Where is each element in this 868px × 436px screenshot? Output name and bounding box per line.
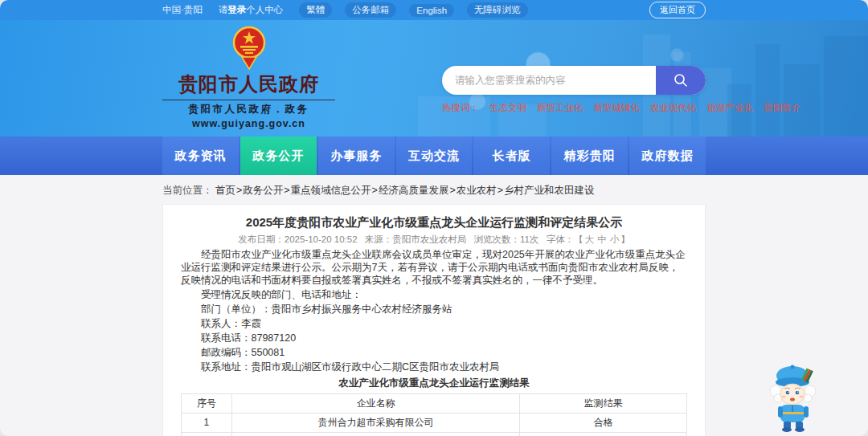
hot-word-link[interactable]: 生态文明	[489, 102, 526, 114]
article-paragraph: 受理情况反映的部门、电话和地址：	[181, 288, 687, 301]
logo-divider	[162, 100, 335, 100]
browser-page: 中国·贵阳 请登录个人中心 繁體公务邮箱English无障碍浏览 返回首页	[0, 0, 868, 436]
search-bar	[442, 66, 706, 95]
bracket-close: 】	[620, 234, 630, 244]
article-paragraph: 邮政编码：550081	[181, 346, 687, 359]
table-header-cell: 监测结果	[520, 394, 687, 414]
results-table-title: 农业产业化市级重点龙头企业运行监测结果	[181, 377, 687, 390]
bracket-open: 【	[574, 234, 583, 244]
nav-tab[interactable]: 政府数据	[629, 137, 706, 175]
breadcrumb-item[interactable]: 乡村产业和农田建设	[504, 185, 596, 196]
hot-words-list: 生态文明新型工业化新型城镇化农业现代化旅游产业化贵阳简介	[489, 102, 800, 114]
cell-company-name: 贵州友禾种业有限公司	[231, 433, 520, 436]
personal-center-label[interactable]: 个人中心	[246, 5, 283, 14]
cell-result: 合格	[520, 414, 687, 433]
breadcrumb-item[interactable]: 首页	[215, 185, 243, 196]
nav-tab[interactable]: 精彩贵阳	[551, 137, 628, 175]
region-label[interactable]: 中国·贵阳	[162, 4, 203, 16]
breadcrumb-item[interactable]: 政务公开	[243, 185, 290, 196]
cell-company-name: 贵州合力超市采购有限公司	[231, 414, 520, 433]
breadcrumb-item[interactable]: 重点领域信息公开	[291, 185, 379, 196]
table-header-cell: 企业名称	[231, 394, 520, 414]
login-link[interactable]: 请登录个人中心	[219, 4, 284, 16]
utility-link[interactable]: English	[409, 4, 454, 17]
article-card: 2025年度贵阳市农业产业化市级重点龙头企业运行监测和评定结果公示 发布日期：2…	[162, 204, 706, 436]
main-nav: 政务资讯政务公开办事服务互动交流长者版精彩贵阳政府数据	[0, 137, 868, 175]
nav-tab[interactable]: 办事服务	[318, 137, 395, 175]
cell-result: 合格	[520, 433, 687, 436]
nav-tab[interactable]: 互动交流	[396, 137, 473, 175]
cell-index: 2	[182, 433, 232, 436]
results-table: 序号企业名称监测结果 1 贵州合力超市采购有限公司 合格 2 贵州友禾种业有限公…	[181, 393, 687, 436]
font-size-label: 字体：	[547, 234, 575, 244]
hot-word-link[interactable]: 贵阳简介	[764, 102, 800, 114]
utility-link[interactable]: 无障碍浏览	[467, 2, 528, 18]
login-prefix: 请	[219, 5, 228, 14]
table-row: 2 贵州友禾种业有限公司 合格	[182, 433, 687, 436]
hot-word-link[interactable]: 新型城镇化	[594, 102, 641, 114]
article-title: 2025年度贵阳市农业产业化市级重点龙头企业运行监测和评定结果公示	[181, 214, 687, 230]
hot-word-link[interactable]: 农业现代化	[650, 102, 697, 114]
utility-links: 繁體公务邮箱English无障碍浏览	[299, 2, 527, 18]
nav-tab[interactable]: 政务资讯	[162, 137, 239, 175]
utility-link[interactable]: 繁體	[299, 2, 332, 18]
return-home-button[interactable]: 返回首页	[649, 2, 706, 18]
breadcrumb-item[interactable]: 农业农村	[457, 185, 504, 196]
hot-search-words: 热搜词： 生态文明新型工业化新型城镇化农业现代化旅游产业化贵阳简介	[442, 102, 706, 114]
breadcrumb-label: 当前位置：	[162, 185, 213, 196]
utility-bar: 中国·贵阳 请登录个人中心 繁體公务邮箱English无障碍浏览 返回首页	[0, 0, 868, 20]
source-label: 来源：	[365, 234, 393, 244]
site-logo[interactable]: 贵阳市人民政府 贵阳市人民政府．政务 www.guiyang.gov.cn	[162, 26, 335, 129]
font-size-button[interactable]: 中	[597, 234, 607, 244]
table-row: 1 贵州合力超市采购有限公司 合格	[182, 414, 687, 433]
cell-index: 1	[182, 414, 232, 433]
site-header: 贵阳市人民政府 贵阳市人民政府．政务 www.guiyang.gov.cn	[0, 20, 868, 137]
font-size-buttons: 大中小	[583, 234, 621, 244]
site-name: 贵阳市人民政府	[178, 71, 319, 97]
breadcrumb-item[interactable]: 经济高质量发展	[379, 185, 457, 196]
source-value: 贵阳市农业农村局	[392, 234, 466, 244]
article-meta: 发布日期：2025-10-20 10:52 来源：贵阳市农业农村局 浏览次数：1…	[181, 234, 687, 245]
utility-link[interactable]: 公务邮箱	[345, 2, 396, 18]
table-header-row: 序号企业名称监测结果	[182, 394, 687, 414]
search-button[interactable]	[656, 66, 706, 95]
article-paragraph: 联系人：李霞	[181, 317, 687, 330]
breadcrumb: 当前位置： 首页政务公开重点领域信息公开经济高质量发展农业农村乡村产业和农田建设	[162, 175, 706, 198]
publish-date: 2025-10-20 10:52	[285, 234, 358, 244]
hot-word-link[interactable]: 旅游产业化	[707, 102, 754, 114]
nav-tab[interactable]: 长者版	[473, 137, 550, 175]
article-paragraph: 联系电话：87987120	[181, 332, 687, 344]
hot-word-link[interactable]: 新型工业化	[537, 102, 583, 114]
views-value: 11次	[520, 234, 538, 244]
article-paragraph: 经贵阳市农业产业化市级重点龙头企业联席会议成员单位审定，现对2025年开展的农业…	[181, 248, 687, 287]
views-label: 浏览次数：	[474, 234, 521, 244]
mascot-figure[interactable]	[768, 362, 818, 433]
article-paragraph: 联系地址：贵阳市观山湖区市级行政中心二期C区贵阳市农业农村局	[181, 361, 687, 373]
search-icon	[673, 72, 689, 88]
article-body: 经贵阳市农业产业化市级重点龙头企业联席会议成员单位审定，现对2025年开展的农业…	[181, 248, 687, 373]
breadcrumb-items: 首页政务公开重点领域信息公开经济高质量发展农业农村乡村产业和农田建设	[215, 185, 596, 196]
hot-words-label: 热搜词：	[442, 102, 479, 114]
login-label[interactable]: 登录	[227, 5, 246, 14]
table-header-cell: 序号	[182, 394, 232, 414]
nav-tab[interactable]: 政务公开	[240, 137, 317, 175]
article-paragraph: 部门（单位）：贵阳市乡村振兴服务中心农村经济服务站	[181, 303, 687, 316]
national-emblem-icon	[231, 26, 267, 71]
font-size-button[interactable]: 小	[610, 234, 620, 244]
site-url: www.guiyang.gov.cn	[192, 118, 305, 129]
search-input[interactable]	[442, 66, 656, 95]
site-subtitle: 贵阳市人民政府．政务	[189, 103, 309, 116]
font-size-button[interactable]: 大	[585, 234, 595, 244]
publish-date-label: 发布日期：	[238, 234, 285, 244]
